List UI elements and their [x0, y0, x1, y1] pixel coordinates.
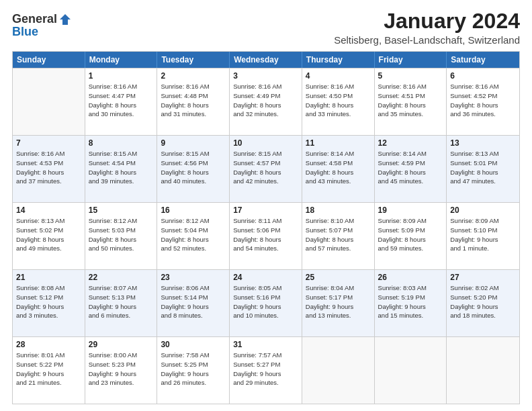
calendar-header-cell: Friday — [375, 52, 447, 68]
day-number: 18 — [306, 205, 371, 215]
calendar-header-cell: Monday — [85, 52, 158, 68]
day-info: Sunrise: 8:15 AM Sunset: 4:57 PM Dayligh… — [233, 149, 298, 186]
calendar-cell: 5Sunrise: 8:16 AM Sunset: 4:51 PM Daylig… — [375, 68, 447, 135]
calendar-cell: 13Sunrise: 8:13 AM Sunset: 5:01 PM Dayli… — [447, 136, 519, 202]
calendar-header-cell: Thursday — [302, 52, 375, 68]
day-info: Sunrise: 8:13 AM Sunset: 5:02 PM Dayligh… — [16, 216, 81, 253]
day-info: Sunrise: 8:14 AM Sunset: 4:58 PM Dayligh… — [306, 149, 371, 186]
day-number: 23 — [161, 273, 226, 282]
logo-general: General — [12, 12, 57, 26]
day-number: 16 — [161, 205, 226, 215]
day-info: Sunrise: 8:12 AM Sunset: 5:04 PM Dayligh… — [161, 216, 226, 253]
day-number: 29 — [89, 340, 154, 349]
day-info: Sunrise: 8:03 AM Sunset: 5:19 PM Dayligh… — [378, 283, 443, 320]
day-info: Sunrise: 7:57 AM Sunset: 5:27 PM Dayligh… — [233, 351, 298, 387]
calendar-cell: 9Sunrise: 8:15 AM Sunset: 4:56 PM Daylig… — [157, 136, 230, 202]
calendar-cell: 2Sunrise: 8:16 AM Sunset: 4:48 PM Daylig… — [157, 68, 230, 135]
calendar-week: 28Sunrise: 8:01 AM Sunset: 5:22 PM Dayli… — [13, 336, 519, 404]
day-info: Sunrise: 8:10 AM Sunset: 5:07 PM Dayligh… — [306, 216, 371, 253]
day-number: 14 — [16, 205, 81, 215]
calendar-cell: 8Sunrise: 8:15 AM Sunset: 4:54 PM Daylig… — [85, 136, 158, 202]
calendar-cell: 1Sunrise: 8:16 AM Sunset: 4:47 PM Daylig… — [85, 68, 158, 135]
day-number: 7 — [16, 138, 81, 148]
day-number: 4 — [306, 71, 371, 81]
day-number: 19 — [378, 205, 443, 215]
logo-blue: Blue — [12, 25, 38, 38]
day-number: 9 — [161, 138, 226, 148]
calendar-cell: 30Sunrise: 7:58 AM Sunset: 5:25 PM Dayli… — [157, 337, 230, 404]
day-info: Sunrise: 8:16 AM Sunset: 4:50 PM Dayligh… — [306, 82, 371, 119]
day-number: 28 — [16, 340, 81, 349]
main-title: January 2024 — [334, 9, 520, 33]
day-number: 8 — [89, 138, 154, 148]
day-info: Sunrise: 8:08 AM Sunset: 5:12 PM Dayligh… — [16, 283, 81, 320]
calendar-cell: 3Sunrise: 8:16 AM Sunset: 4:49 PM Daylig… — [230, 68, 302, 135]
day-number: 5 — [378, 71, 443, 81]
day-number: 3 — [233, 71, 298, 81]
calendar-cell: 11Sunrise: 8:14 AM Sunset: 4:58 PM Dayli… — [302, 136, 375, 202]
day-number: 1 — [89, 71, 154, 81]
calendar-cell: 25Sunrise: 8:04 AM Sunset: 5:17 PM Dayli… — [302, 270, 375, 336]
day-info: Sunrise: 8:16 AM Sunset: 4:53 PM Dayligh… — [16, 149, 81, 186]
calendar-cell — [13, 68, 85, 135]
calendar-cell: 24Sunrise: 8:05 AM Sunset: 5:16 PM Dayli… — [230, 270, 302, 336]
day-number: 11 — [306, 138, 371, 148]
day-number: 10 — [233, 138, 298, 148]
calendar-header-cell: Saturday — [447, 52, 519, 68]
day-info: Sunrise: 8:14 AM Sunset: 4:59 PM Dayligh… — [378, 149, 443, 186]
day-info: Sunrise: 8:05 AM Sunset: 5:16 PM Dayligh… — [233, 283, 298, 320]
calendar-cell: 16Sunrise: 8:12 AM Sunset: 5:04 PM Dayli… — [157, 203, 230, 269]
calendar-cell: 6Sunrise: 8:16 AM Sunset: 4:52 PM Daylig… — [447, 68, 519, 135]
calendar-week: 14Sunrise: 8:13 AM Sunset: 5:02 PM Dayli… — [13, 202, 519, 269]
calendar-header-cell: Sunday — [13, 52, 85, 68]
title-block: January 2024 Seltisberg, Basel-Landschaf… — [334, 9, 520, 46]
day-info: Sunrise: 8:16 AM Sunset: 4:52 PM Dayligh… — [450, 82, 516, 119]
calendar-header-cell: Tuesday — [157, 52, 230, 68]
day-number: 26 — [378, 273, 443, 282]
calendar-header-cell: Wednesday — [230, 52, 302, 68]
day-number: 15 — [89, 205, 154, 215]
day-info: Sunrise: 8:16 AM Sunset: 4:51 PM Dayligh… — [378, 82, 443, 119]
day-number: 12 — [378, 138, 443, 148]
svg-marker-0 — [60, 14, 71, 25]
subtitle: Seltisberg, Basel-Landschaft, Switzerlan… — [334, 34, 520, 46]
day-number: 13 — [450, 138, 516, 148]
day-info: Sunrise: 8:15 AM Sunset: 4:54 PM Dayligh… — [89, 149, 154, 186]
day-info: Sunrise: 8:16 AM Sunset: 4:48 PM Dayligh… — [161, 82, 226, 119]
calendar-cell — [447, 337, 519, 404]
calendar-cell: 28Sunrise: 8:01 AM Sunset: 5:22 PM Dayli… — [13, 337, 85, 404]
calendar-cell: 19Sunrise: 8:09 AM Sunset: 5:09 PM Dayli… — [375, 203, 447, 269]
calendar-cell: 12Sunrise: 8:14 AM Sunset: 4:59 PM Dayli… — [375, 136, 447, 202]
logo: General Blue — [12, 9, 72, 39]
day-info: Sunrise: 8:00 AM Sunset: 5:23 PM Dayligh… — [89, 351, 154, 387]
calendar-cell: 10Sunrise: 8:15 AM Sunset: 4:57 PM Dayli… — [230, 136, 302, 202]
calendar-cell: 21Sunrise: 8:08 AM Sunset: 5:12 PM Dayli… — [13, 270, 85, 336]
calendar-cell: 29Sunrise: 8:00 AM Sunset: 5:23 PM Dayli… — [85, 337, 158, 404]
calendar-cell: 4Sunrise: 8:16 AM Sunset: 4:50 PM Daylig… — [302, 68, 375, 135]
calendar-cell: 20Sunrise: 8:09 AM Sunset: 5:10 PM Dayli… — [447, 203, 519, 269]
calendar-cell: 18Sunrise: 8:10 AM Sunset: 5:07 PM Dayli… — [302, 203, 375, 269]
day-info: Sunrise: 8:09 AM Sunset: 5:10 PM Dayligh… — [450, 216, 516, 253]
calendar-cell: 26Sunrise: 8:03 AM Sunset: 5:19 PM Dayli… — [375, 270, 447, 336]
calendar-week: 21Sunrise: 8:08 AM Sunset: 5:12 PM Dayli… — [13, 269, 519, 336]
day-number: 31 — [233, 340, 298, 349]
day-number: 22 — [89, 273, 154, 282]
calendar-cell — [375, 337, 447, 404]
calendar-cell: 27Sunrise: 8:02 AM Sunset: 5:20 PM Dayli… — [447, 270, 519, 336]
page-header: General Blue January 2024 Seltisberg, Ba… — [12, 9, 520, 46]
day-info: Sunrise: 8:07 AM Sunset: 5:13 PM Dayligh… — [89, 283, 154, 320]
day-info: Sunrise: 8:02 AM Sunset: 5:20 PM Dayligh… — [450, 283, 516, 320]
day-info: Sunrise: 8:15 AM Sunset: 4:56 PM Dayligh… — [161, 149, 226, 186]
day-number: 30 — [161, 340, 226, 349]
calendar-header: SundayMondayTuesdayWednesdayThursdayFrid… — [13, 52, 519, 68]
calendar-cell: 14Sunrise: 8:13 AM Sunset: 5:02 PM Dayli… — [13, 203, 85, 269]
day-number: 25 — [306, 273, 371, 282]
calendar-week: 1Sunrise: 8:16 AM Sunset: 4:47 PM Daylig… — [13, 68, 519, 135]
calendar-cell: 17Sunrise: 8:11 AM Sunset: 5:06 PM Dayli… — [230, 203, 302, 269]
day-info: Sunrise: 7:58 AM Sunset: 5:25 PM Dayligh… — [161, 351, 226, 387]
calendar-cell — [302, 337, 375, 404]
calendar-cell: 7Sunrise: 8:16 AM Sunset: 4:53 PM Daylig… — [13, 136, 85, 202]
calendar-body: 1Sunrise: 8:16 AM Sunset: 4:47 PM Daylig… — [13, 68, 519, 404]
calendar: SundayMondayTuesdayWednesdayThursdayFrid… — [12, 51, 520, 404]
day-info: Sunrise: 8:12 AM Sunset: 5:03 PM Dayligh… — [89, 216, 154, 253]
